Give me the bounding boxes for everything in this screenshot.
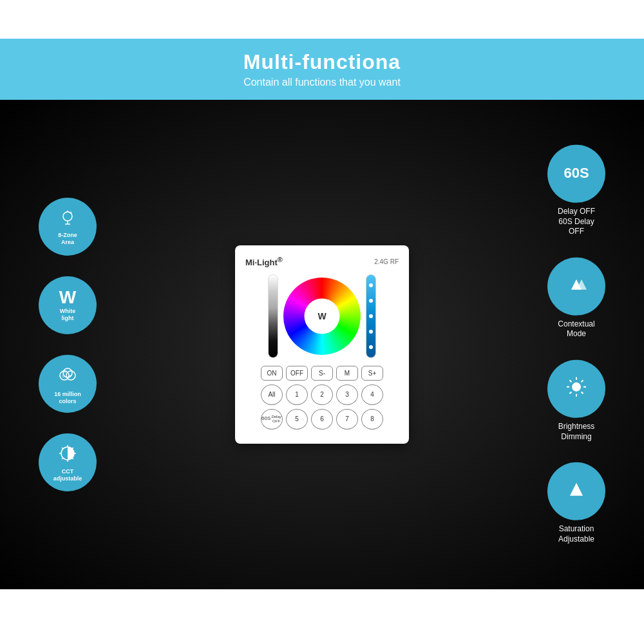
btn-2[interactable]: 2 (311, 384, 333, 405)
num-row-1: All 1 2 3 4 (245, 384, 399, 405)
header-section: Multi-functiona Contain all functions th… (0, 39, 644, 100)
header-title: Multi-functiona (0, 50, 644, 74)
svg-line-27 (570, 380, 572, 382)
8zone-icon: + (57, 207, 78, 231)
feature-16m: R G B 16 millioncolors (39, 355, 97, 413)
60s-icon: 60S (564, 166, 589, 180)
btn-4[interactable]: 4 (361, 384, 383, 405)
brightness-icon (564, 375, 589, 402)
btn-7[interactable]: 7 (336, 409, 358, 430)
btn-1[interactable]: 1 (286, 384, 308, 405)
color-wheel-container: W (283, 278, 361, 355)
saturation-icon (565, 478, 588, 504)
16m-icon: R G B (55, 363, 80, 390)
btn-60s[interactable]: 60SDelay OFF (261, 409, 283, 430)
btn-on[interactable]: ON (261, 366, 283, 381)
main-section: + 8-ZoneArea W Whitelight R (0, 100, 644, 589)
feature-contextual: ContextualMode (547, 258, 605, 339)
feature-8zone: + 8-ZoneArea (39, 198, 97, 256)
btn-s-plus[interactable]: S+ (361, 366, 383, 381)
slider-dot-4 (369, 330, 373, 334)
circle-saturation (547, 462, 605, 520)
btn-row-1: ON OFF S- M S+ (245, 366, 399, 381)
svg-line-29 (582, 380, 583, 382)
btn-off[interactable]: OFF (286, 366, 308, 381)
btn-all[interactable]: All (261, 384, 283, 405)
circle-cct: CCTadjustable (39, 433, 97, 491)
cct-label: CCTadjustable (53, 468, 82, 482)
contextual-caption: ContextualMode (558, 319, 594, 339)
btn-3[interactable]: 3 (336, 384, 358, 405)
slider-dot-5 (369, 345, 373, 349)
gradient-bar (268, 274, 278, 358)
feature-white: W Whitelight (39, 276, 97, 334)
circle-brightness (547, 360, 605, 418)
slider-dot-3 (369, 314, 373, 318)
16m-label: 16 millioncolors (54, 391, 81, 405)
saturation-caption: SaturationAdjustable (558, 524, 594, 544)
cct-icon (57, 442, 79, 467)
white-icon: W (59, 289, 76, 307)
svg-line-30 (570, 392, 572, 393)
header-subtitle: Contain all functions that you want (0, 77, 644, 88)
btn-s-minus[interactable]: S- (311, 366, 333, 381)
svg-line-16 (62, 448, 63, 449)
circle-contextual (547, 258, 605, 316)
left-features: + 8-ZoneArea W Whitelight R (39, 198, 97, 491)
contextual-icon (565, 273, 588, 299)
wheel-center-label: W (317, 311, 326, 321)
svg-point-22 (572, 383, 581, 392)
freq-label: 2.4G RF (374, 258, 399, 265)
svg-text:+: + (70, 211, 72, 215)
svg-text:R: R (64, 370, 66, 374)
btn-8[interactable]: 8 (361, 409, 383, 430)
8zone-label: 8-ZoneArea (58, 232, 77, 246)
remote-panel: Mi·Light® 2.4G RF W ON OFF S- M S+ (235, 245, 409, 443)
svg-marker-31 (570, 483, 583, 496)
feature-brightness: BrightnessDimming (547, 360, 605, 442)
svg-line-17 (72, 458, 73, 459)
remote-header: Mi·Light® 2.4G RF (245, 256, 399, 267)
brightness-caption: BrightnessDimming (558, 422, 595, 442)
svg-text:G: G (62, 374, 64, 378)
circle-16m: R G B 16 millioncolors (39, 355, 97, 413)
feature-cct: CCTadjustable (39, 433, 97, 491)
feature-saturation: SaturationAdjustable (547, 462, 605, 544)
slider-dot-2 (369, 299, 373, 303)
white-label: Whitelight (60, 308, 76, 322)
right-features: 60S Delay OFF60S DelayOFF ContextualMode (547, 145, 605, 544)
top-strip (0, 0, 644, 39)
feature-60s: 60S Delay OFF60S DelayOFF (547, 145, 605, 237)
btn-6[interactable]: 6 (311, 409, 333, 430)
circle-white: W Whitelight (39, 276, 97, 334)
btn-5[interactable]: 5 (286, 409, 308, 430)
brand-label: Mi·Light® (245, 256, 283, 267)
color-wheel-section: W (245, 274, 399, 358)
brightness-slider (366, 274, 376, 358)
circle-8zone: + 8-ZoneArea (39, 198, 97, 256)
60s-caption: Delay OFF60S DelayOFF (558, 207, 595, 237)
svg-line-18 (72, 448, 73, 449)
svg-line-19 (62, 458, 63, 459)
num-row-2: 60SDelay OFF 5 6 7 8 (245, 409, 399, 430)
slider-dot-1 (369, 283, 373, 287)
circle-60s: 60S (547, 145, 605, 203)
btn-m[interactable]: M (336, 366, 358, 381)
svg-line-28 (582, 392, 583, 393)
